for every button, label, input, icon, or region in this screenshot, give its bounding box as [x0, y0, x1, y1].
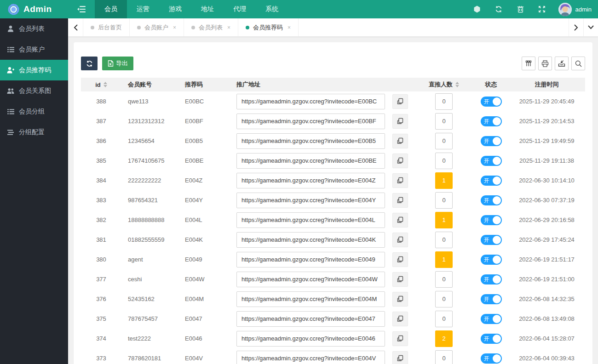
copy-url-button[interactable]: [392, 252, 408, 267]
copy-url-button[interactable]: [392, 114, 408, 129]
tab-close-icon[interactable]: ×: [227, 24, 230, 31]
cell-id: 374: [81, 329, 121, 348]
status-toggle[interactable]: 开: [481, 334, 502, 344]
copy-url-button[interactable]: [392, 351, 408, 364]
copy-url-button[interactable]: [392, 292, 408, 307]
refresh-icon[interactable]: [488, 0, 510, 18]
promo-url-input[interactable]: [236, 232, 385, 248]
status-toggle[interactable]: 开: [481, 97, 502, 107]
promo-url-input[interactable]: [236, 153, 385, 169]
copy-url-button[interactable]: [392, 193, 408, 208]
status-toggle[interactable]: 开: [481, 314, 502, 324]
copy-url-button[interactable]: [392, 213, 408, 228]
hexagon-icon[interactable]: [466, 0, 488, 18]
sort-icon[interactable]: [455, 82, 459, 87]
cell-code: E004L: [178, 210, 230, 230]
tab-close-icon[interactable]: ×: [173, 24, 176, 31]
referral-count-badge: 0: [435, 113, 453, 130]
top-menu-item[interactable]: 地址: [191, 0, 224, 18]
col-header-id[interactable]: id: [81, 78, 121, 91]
copy-url-button[interactable]: [392, 134, 408, 148]
sidebar-item-1[interactable]: 会员列表: [0, 18, 68, 39]
promo-url-input[interactable]: [236, 133, 385, 149]
status-toggle[interactable]: 开: [481, 255, 502, 265]
tab-item[interactable]: 后台首页: [83, 18, 130, 36]
table-row: 384 2222222222 E004Z 1 开 2022-06-30 10:1…: [81, 171, 585, 190]
top-menu-item[interactable]: 会员: [95, 0, 127, 18]
sidebar-item-2[interactable]: 会员账户: [0, 39, 68, 60]
promo-url-input[interactable]: [236, 272, 385, 287]
promo-url-input[interactable]: [236, 114, 385, 129]
promo-url-input[interactable]: [236, 311, 385, 327]
trash-icon[interactable]: [510, 0, 531, 18]
promo-url-input[interactable]: [236, 291, 385, 307]
copy-url-button[interactable]: [392, 94, 408, 109]
top-menu-item[interactable]: 系统: [256, 0, 288, 18]
sidebar-item-6[interactable]: 分组配置: [0, 122, 68, 142]
copy-url-button[interactable]: [392, 233, 408, 247]
columns-icon[interactable]: [522, 57, 535, 70]
status-toggle[interactable]: 开: [481, 294, 502, 304]
cell-code: E0047: [178, 309, 230, 329]
promo-url-input[interactable]: [236, 351, 385, 364]
table-row: 385 17674105675 E00BE 0 开 2025-11-29 19:…: [81, 151, 585, 171]
status-toggle[interactable]: 开: [481, 136, 502, 146]
copy-url-button[interactable]: [392, 312, 408, 326]
sidebar-item-label: 会员关系图: [19, 87, 51, 95]
tab-item[interactable]: 会员推荐码×: [238, 18, 299, 36]
copy-url-button[interactable]: [392, 173, 408, 188]
tabs-menu-icon[interactable]: [583, 18, 598, 36]
tab-close-icon[interactable]: ×: [288, 24, 291, 31]
status-toggle[interactable]: 开: [481, 353, 502, 364]
top-menu-item[interactable]: 代理: [224, 0, 256, 18]
sidebar-item-label: 会员列表: [19, 25, 45, 33]
sidebar-item-4[interactable]: 会员关系图: [0, 80, 68, 101]
copy-url-button[interactable]: [392, 331, 408, 346]
top-menu-item[interactable]: 游戏: [159, 0, 191, 18]
refresh-table-button[interactable]: [81, 57, 98, 70]
tab-item[interactable]: 会员列表×: [184, 18, 238, 36]
list-icon: [7, 109, 14, 114]
sidebar-item-label: 分组配置: [19, 128, 45, 136]
status-toggle[interactable]: 开: [481, 274, 502, 284]
referral-code-table: id 会员账号 推荐码 推广地址 直推人数 状态 注册时间 388: [81, 78, 585, 364]
cell-status: 开: [474, 171, 508, 190]
search-icon[interactable]: [571, 57, 585, 70]
status-toggle[interactable]: 开: [481, 156, 502, 166]
sidebar-collapse-icon[interactable]: [68, 0, 95, 18]
username-label[interactable]: admin: [575, 6, 593, 13]
promo-url-input[interactable]: [236, 252, 385, 267]
tabs-scroll-left-icon[interactable]: [68, 18, 83, 36]
sort-icon[interactable]: [104, 82, 107, 87]
sidebar-item-3[interactable]: 会员推荐码: [0, 60, 68, 80]
export-button[interactable]: 导出: [102, 57, 133, 70]
status-toggle[interactable]: 开: [481, 215, 502, 225]
promo-url-input[interactable]: [236, 331, 385, 347]
status-toggle[interactable]: 开: [481, 116, 502, 126]
copy-url-button[interactable]: [392, 154, 408, 168]
promo-url-input[interactable]: [236, 193, 385, 208]
fullscreen-icon[interactable]: [531, 0, 553, 18]
cell-referrals: 0: [414, 131, 474, 151]
promo-url-input[interactable]: [236, 212, 385, 228]
status-toggle[interactable]: 开: [481, 235, 502, 245]
promo-url-input[interactable]: [236, 173, 385, 188]
status-toggle[interactable]: 开: [481, 176, 502, 186]
top-menu-item[interactable]: 运营: [127, 0, 159, 18]
copy-url-button[interactable]: [392, 272, 408, 287]
col-header-referrals[interactable]: 直推人数: [414, 78, 474, 91]
cell-register-time: 2025-11-29 19:11:38: [508, 151, 585, 171]
export-data-icon[interactable]: [555, 57, 569, 70]
promo-url-input[interactable]: [236, 94, 385, 109]
tab-item[interactable]: 会员账户×: [130, 18, 184, 36]
table-row: 388 qwe113 E00BC 0 开 2025-11-29 20:45:49: [81, 91, 585, 111]
status-toggle[interactable]: 开: [481, 195, 502, 205]
referral-count-badge: 1: [435, 212, 453, 228]
user-avatar[interactable]: [558, 3, 572, 16]
table-header-row: id 会员账号 推荐码 推广地址 直推人数 状态 注册时间: [81, 78, 585, 91]
tabs-scroll-right-icon[interactable]: [569, 18, 583, 36]
user-plus-icon: [7, 67, 14, 74]
toggle-on-label: 开: [484, 255, 489, 265]
printer-icon[interactable]: [538, 57, 552, 70]
sidebar-item-5[interactable]: 会员分组: [0, 101, 68, 122]
